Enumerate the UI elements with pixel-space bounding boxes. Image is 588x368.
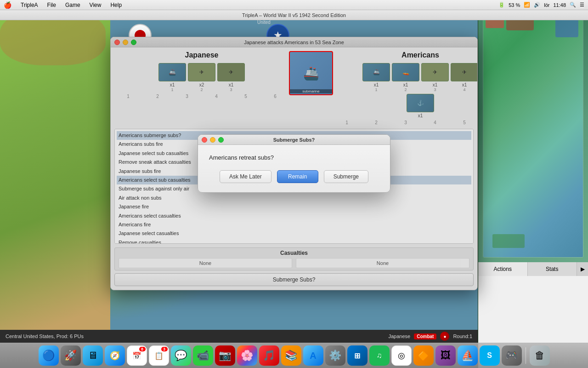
tab-stats[interactable]: Stats — [528, 262, 577, 276]
dock-photos[interactable]: 🌸 — [237, 345, 257, 366]
navigator-icon: ⛵ — [461, 350, 474, 362]
photos-icon: 🌸 — [241, 350, 253, 362]
battery-icon: 🔋 — [498, 2, 505, 8]
wifi-icon: 📶 — [524, 2, 530, 8]
calendar-icon: 📅 — [132, 351, 141, 360]
volume-icon: 🔊 — [534, 2, 540, 8]
right-panel: Actions Stats ▶ — [478, 0, 588, 368]
calendar-badge: 8 — [139, 347, 146, 351]
window-titlebar: TripleA – World War II v5 1942 Second Ed… — [0, 10, 588, 20]
dock-spotify[interactable]: ♫ — [369, 345, 390, 366]
menu-game[interactable]: Game — [63, 2, 82, 8]
ask-me-later-button[interactable]: Ask Me Later — [220, 170, 271, 183]
syspref-icon: ⚙️ — [329, 350, 341, 362]
minimap-us-territory — [555, 19, 578, 37]
dock-vlc[interactable]: 🔶 — [413, 345, 434, 366]
status-right: Japanese Combat ● Round:1 — [388, 332, 472, 341]
menu-file[interactable]: File — [45, 2, 58, 8]
time-label: 11:48 — [553, 2, 566, 8]
messages-icon: 💬 — [175, 350, 187, 362]
menu-app-name[interactable]: TripleA — [19, 2, 40, 8]
dock-divider — [526, 347, 526, 364]
dock-safari[interactable]: 🧭 — [105, 345, 125, 366]
launchpad-icon: 🚀 — [64, 350, 77, 362]
japanese-flag-icon: ● — [440, 332, 449, 341]
chrome-icon: ◎ — [398, 351, 405, 361]
dialog-title: Submerge Subs? — [273, 137, 315, 143]
dock-calendar[interactable]: 📅 8 — [127, 345, 147, 366]
dock-preview[interactable]: 🖼 — [435, 345, 456, 366]
finder-icon: 🔵 — [42, 350, 55, 362]
dock-messages[interactable]: 💬 — [171, 345, 191, 366]
dialog-close-button[interactable] — [202, 137, 207, 143]
dock-system-prefs[interactable]: ⚙️ — [325, 345, 345, 366]
submerge-button[interactable]: Submerge — [324, 170, 368, 183]
dock-unknown-app[interactable]: 🎮 — [502, 345, 522, 366]
minimap[interactable] — [478, 0, 588, 262]
reminders-icon: 📋 — [154, 351, 164, 360]
menu-help[interactable]: Help — [108, 2, 124, 8]
submerge-dialog: Submerge Subs? Americans retreat subs? A… — [198, 134, 390, 193]
dock-itunes[interactable]: 🎵 — [259, 345, 279, 366]
minimap-green-territory — [492, 234, 525, 248]
dialog-maximize-button[interactable] — [218, 137, 224, 143]
dialog-overlay: Submerge Subs? Americans retreat subs? A… — [111, 37, 477, 290]
vlc-icon: 🔶 — [418, 350, 429, 361]
skype-icon: S — [487, 351, 492, 360]
dialog-minimize-button[interactable] — [210, 137, 215, 143]
dock-app-store[interactable]: A — [303, 345, 323, 366]
dialog-titlebar: Submerge Subs? — [198, 135, 390, 145]
dock-photo-booth[interactable]: 📷 — [215, 345, 235, 366]
day-label: lör — [544, 2, 549, 8]
dock-trash[interactable]: 🗑 — [530, 345, 550, 366]
safari-icon: 🧭 — [110, 351, 120, 361]
tab-arrow[interactable]: ▶ — [577, 262, 588, 276]
dialog-buttons: Ask Me Later Remain Submerge — [209, 170, 379, 183]
dock-chrome[interactable]: ◎ — [391, 345, 412, 366]
apple-menu[interactable]: 🍎 — [4, 1, 11, 9]
window-title: TripleA – World War II v5 1942 Second Ed… — [242, 12, 346, 18]
spotify-icon: ♫ — [377, 351, 382, 360]
remain-button[interactable]: Remain — [277, 170, 318, 183]
winapp-icon: ⊞ — [354, 351, 360, 360]
menu-bar-right: 🔋 53 % 📶 🔊 lör 11:48 🔍 ☰ — [498, 2, 584, 8]
dock-navigator[interactable]: ⛵ — [458, 345, 478, 366]
itunes-icon: 🎵 — [263, 350, 275, 362]
search-icon[interactable]: 🔍 — [570, 2, 576, 8]
status-faction: Japanese — [388, 334, 410, 339]
dialog-message: Americans retreat subs? — [209, 154, 379, 161]
battery-percent: 53 % — [509, 2, 520, 8]
trash-icon: 🗑 — [535, 350, 545, 362]
unknown-app-icon: 🎮 — [505, 350, 518, 362]
dock-reminders[interactable]: 📋 3 — [149, 345, 169, 366]
appstore-icon: A — [310, 351, 316, 361]
battle-window: Japanese attacks Americans in 53 Sea Zon… — [110, 37, 478, 290]
preview-icon: 🖼 — [441, 350, 451, 362]
status-round: Round:1 — [453, 334, 472, 339]
status-bar: Central United States, Prod: 6 PUs Japan… — [0, 330, 478, 343]
facetime-icon: 📹 — [197, 350, 209, 362]
reminders-badge: 3 — [161, 347, 168, 351]
status-phase-badge: Combat — [414, 334, 436, 339]
dialog-body: Americans retreat subs? Ask Me Later Rem… — [198, 145, 390, 192]
dock-ibooks[interactable]: 📚 — [281, 345, 301, 366]
tab-actions[interactable]: Actions — [478, 262, 528, 276]
status-location: Central United States, Prod: 6 PUs — [6, 334, 84, 339]
dock-skype[interactable]: S — [480, 345, 500, 366]
mc-icon: 🖥 — [88, 350, 98, 362]
dock-windows-app[interactable]: ⊞ — [347, 345, 368, 366]
dock-facetime[interactable]: 📹 — [193, 345, 213, 366]
ibooks-icon: 📚 — [285, 350, 297, 362]
minimap-terrain — [483, 5, 583, 257]
menu-icon[interactable]: ☰ — [580, 2, 584, 8]
minimap-frame — [483, 5, 583, 258]
menu-bar: 🍎 TripleA File Game View Help 🔋 53 % 📶 🔊… — [0, 0, 588, 10]
right-panel-tabs: Actions Stats ▶ — [478, 262, 588, 276]
menu-view[interactable]: View — [88, 2, 103, 8]
dock-launchpad[interactable]: 🚀 — [61, 345, 81, 366]
dock: 🔵 🚀 🖥 🧭 📅 8 📋 3 💬 📹 📷 🌸 🎵 📚 A ⚙️ ⊞ — [0, 343, 588, 368]
dock-mission-control[interactable]: 🖥 — [83, 345, 103, 366]
photo-booth-icon: 📷 — [219, 350, 231, 362]
dock-finder[interactable]: 🔵 — [39, 345, 59, 366]
